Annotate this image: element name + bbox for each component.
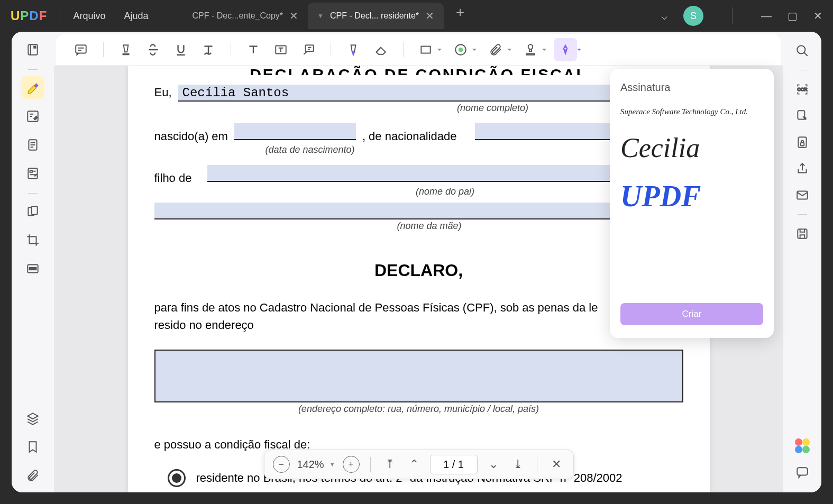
hint-mae: (nome da mãe) [176, 221, 683, 232]
zoom-level[interactable]: 142% ▼ [297, 459, 335, 471]
divider [60, 8, 60, 23]
field-address[interactable] [154, 350, 683, 402]
book-icon [26, 43, 40, 57]
close-zoom-button[interactable]: ✕ [548, 456, 565, 473]
tool-reader[interactable] [21, 38, 44, 61]
svg-rect-7 [32, 206, 38, 214]
close-icon[interactable]: ✕ [425, 10, 434, 22]
ocr-button[interactable]: OCR [793, 80, 812, 99]
next-page-button[interactable]: ⌄ [485, 456, 502, 473]
body-text: para fins de atos no Cadastro Nacional d… [154, 299, 683, 334]
signature-panel: Assinatura Superace Software Technology … [610, 69, 774, 338]
svg-rect-25 [797, 468, 808, 475]
search-icon [795, 44, 809, 58]
annotation-toolbar [56, 34, 781, 66]
svg-rect-9 [30, 268, 36, 270]
convert-icon [795, 109, 809, 123]
svg-point-16 [528, 44, 533, 49]
prev-page-button[interactable]: ⌃ [406, 456, 423, 473]
zoom-toolbar: − 142% ▼ + ⤒ ⌃ 1 / 1 ⌄ ⤓ ✕ [263, 450, 573, 479]
first-page-button[interactable]: ⤒ [381, 456, 398, 473]
layers-icon [26, 411, 40, 425]
pages-icon [26, 138, 40, 152]
highlight-button[interactable] [114, 38, 138, 61]
chevron-down-icon[interactable]: ▼ [317, 12, 324, 20]
updf-logo-button[interactable] [793, 436, 812, 455]
eraser-button[interactable] [369, 38, 392, 61]
tool-edit[interactable] [21, 105, 44, 128]
zoom-in-button[interactable]: + [343, 456, 360, 473]
field-dob[interactable] [234, 123, 356, 140]
tool-organize[interactable] [21, 200, 44, 223]
protect-button[interactable] [793, 133, 812, 152]
textbox-button[interactable] [269, 38, 292, 61]
titlebar: UPDF Arquivo Ajuda CPF - Dec...ente_Copy… [0, 0, 833, 32]
share-button[interactable] [793, 159, 812, 178]
new-tab-button[interactable]: ＋ [453, 3, 467, 29]
tab-active[interactable]: ▼ CPF - Decl... residente* ✕ [308, 3, 444, 29]
note-button[interactable] [69, 38, 93, 61]
signature-2[interactable]: Cecilia [620, 132, 763, 163]
callout-button[interactable] [297, 38, 320, 61]
tool-layers[interactable] [21, 407, 44, 430]
redact-icon [26, 262, 40, 276]
tool-page[interactable] [21, 133, 44, 157]
field-name[interactable]: Cecília Santos [178, 85, 683, 102]
user-avatar[interactable]: S [683, 6, 703, 26]
email-button[interactable] [793, 186, 812, 205]
menu-file[interactable]: Arquivo [73, 11, 105, 22]
zoom-out-button[interactable]: − [272, 456, 289, 473]
svg-point-17 [564, 48, 566, 49]
feedback-button[interactable] [793, 463, 812, 482]
tool-redact[interactable] [21, 257, 44, 280]
underline-button[interactable] [169, 38, 193, 61]
signature-button[interactable] [554, 38, 577, 61]
strikethrough-icon [147, 43, 160, 57]
page-indicator[interactable]: 1 / 1 [430, 455, 478, 474]
tool-crop[interactable] [21, 228, 44, 252]
tool-attachment[interactable] [21, 464, 44, 487]
tool-bookmark[interactable] [21, 435, 44, 459]
tab-label: CPF - Decl... residente* [330, 11, 419, 21]
shape-button[interactable] [414, 38, 437, 61]
attachment-button[interactable] [484, 38, 507, 61]
svg-rect-12 [306, 45, 314, 51]
divider [331, 42, 331, 57]
sticker-button[interactable] [449, 38, 472, 61]
divider [537, 457, 537, 472]
pages-stack-icon [26, 205, 40, 218]
chat-icon [795, 465, 809, 479]
minimize-icon[interactable]: — [761, 10, 772, 22]
signature-3[interactable]: UPDF [620, 179, 763, 213]
pencil-button[interactable] [342, 38, 365, 61]
save-button[interactable] [793, 224, 812, 243]
stamp-icon [524, 43, 537, 57]
squiggly-button[interactable] [197, 38, 220, 61]
close-icon[interactable]: ✕ [813, 10, 822, 22]
signature-1[interactable]: Superace Software Technology Co., Ltd. [620, 107, 763, 116]
field-mother[interactable] [154, 203, 683, 219]
strikethrough-button[interactable] [142, 38, 165, 61]
divider [732, 7, 733, 24]
close-icon[interactable]: ✕ [289, 10, 298, 22]
divider [103, 42, 104, 57]
window-controls: ⌵ S — ▢ ✕ [661, 6, 822, 26]
tab-inactive[interactable]: CPF - Dec...ente_Copy* ✕ [182, 3, 308, 29]
chevron-down-icon[interactable]: ⌵ [661, 10, 667, 22]
text-button[interactable] [242, 38, 265, 61]
label-eu: Eu, [154, 86, 172, 99]
tool-form[interactable] [21, 162, 44, 185]
menu-help[interactable]: Ajuda [124, 11, 148, 22]
create-signature-button[interactable]: Criar [620, 303, 763, 325]
radio-checked-icon[interactable] [168, 469, 186, 487]
heading-declaro: DECLARO, [154, 261, 683, 280]
tool-comment[interactable] [21, 76, 44, 99]
stamp-button[interactable] [519, 38, 542, 61]
lock-page-icon [795, 135, 809, 149]
divider [403, 42, 404, 57]
search-button[interactable] [793, 41, 812, 60]
maximize-icon[interactable]: ▢ [788, 10, 798, 22]
last-page-button[interactable]: ⤓ [509, 456, 526, 473]
convert-button[interactable] [793, 106, 812, 125]
divider [798, 70, 807, 70]
